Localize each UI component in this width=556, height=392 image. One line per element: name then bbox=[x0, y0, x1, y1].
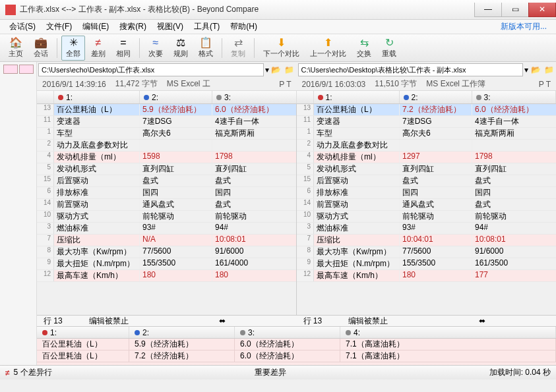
home-button[interactable]: 🏠主页 bbox=[4, 36, 28, 61]
window-title: 工作表.xlsx <--> 工作表 - 副本.xlsx - 表格比较(B) - … bbox=[20, 4, 475, 15]
left-lock-label: 编辑被禁止 bbox=[89, 316, 129, 327]
table-row[interactable]: 1车型高尔夫6福克斯两厢 bbox=[297, 128, 556, 140]
table-row[interactable]: 9最大扭矩（N.m/rpm）155/3500161/3500 bbox=[297, 258, 556, 270]
col-header-1[interactable]: 1: bbox=[314, 91, 400, 103]
right-type: MS Excel 工作簿 bbox=[426, 78, 485, 90]
right-pt: P T bbox=[539, 80, 551, 89]
rules-button[interactable]: ⚖规则 bbox=[169, 36, 193, 61]
all-button[interactable]: ✳全部 bbox=[61, 36, 85, 61]
table-row[interactable]: 2动力及底盘参数对比 bbox=[297, 140, 556, 152]
left-date: 2016/9/1 14:39:16 bbox=[42, 80, 106, 89]
table-row[interactable]: 7压缩比10:04:0110:08:01 bbox=[297, 235, 556, 246]
col-header-2[interactable]: 2: bbox=[400, 91, 472, 103]
left-row-indicator: 行 13 bbox=[44, 316, 63, 327]
menu-edit[interactable]: 编辑(E) bbox=[77, 21, 114, 32]
left-size: 11,472 字节 bbox=[115, 78, 158, 90]
open-icon[interactable]: 📁 bbox=[543, 64, 555, 76]
table-row[interactable]: 10驱动方式前轮驱动前轮驱动 bbox=[37, 211, 296, 223]
table-row[interactable]: 13百公里耗油（L）5.9（经济油耗）6.0（经济油耗） bbox=[37, 104, 296, 116]
table-row[interactable]: 8最大功率（Kw/rpm）77/560091/6000 bbox=[297, 246, 556, 258]
not-equal-icon: ≠ bbox=[5, 368, 10, 378]
right-path-input[interactable] bbox=[298, 63, 524, 76]
menu-search[interactable]: 搜索(R) bbox=[114, 21, 152, 32]
nextdiff-button[interactable]: ⬇下一个对比 bbox=[259, 36, 304, 61]
left-type: MS Excel 工 bbox=[167, 78, 210, 90]
menu-session[interactable]: 会话(S) bbox=[4, 21, 41, 32]
table-row[interactable]: 3燃油标准93#94# bbox=[37, 223, 296, 235]
table-row[interactable]: 15后置驱动盘式盘式 bbox=[37, 175, 296, 187]
right-thumb[interactable] bbox=[19, 65, 34, 74]
diff-button[interactable]: ≠差别 bbox=[86, 36, 110, 61]
left-thumb[interactable] bbox=[3, 65, 18, 74]
titlebar: 工作表.xlsx <--> 工作表 - 副本.xlsx - 表格比较(B) - … bbox=[0, 0, 556, 20]
update-link[interactable]: 新版本可用... bbox=[495, 21, 552, 32]
menu-help[interactable]: 帮助(H) bbox=[225, 21, 263, 32]
table-row[interactable]: 9最大扭矩（N.m/rpm）155/3500161/4000 bbox=[37, 258, 296, 270]
col-header-2[interactable]: 2: bbox=[140, 91, 212, 103]
table-row[interactable]: 4发动机排量（ml）15981798 bbox=[37, 152, 296, 163]
table-row[interactable]: 1车型高尔夫6福克斯两厢 bbox=[37, 128, 296, 140]
menu-tools[interactable]: 工具(T) bbox=[189, 21, 225, 32]
same-button[interactable]: =相同 bbox=[111, 36, 135, 61]
close-button[interactable]: ✕ bbox=[528, 3, 556, 17]
col-header-1[interactable]: 1: bbox=[54, 91, 140, 103]
menu-file[interactable]: 文件(F) bbox=[41, 21, 77, 32]
table-row[interactable]: 3燃油标准93#94# bbox=[297, 223, 556, 235]
app-icon bbox=[5, 5, 16, 15]
statusbar: ≠ 5 个差异行 重要差异 加载时间: 0.04 秒 bbox=[0, 365, 556, 379]
table-row[interactable]: 12最高车速（Km/h）180180 bbox=[37, 270, 296, 282]
col-header-3[interactable]: 3: bbox=[472, 91, 557, 103]
reload-button[interactable]: ↻重载 bbox=[377, 36, 401, 61]
table-row[interactable]: 5发动机形式直列四缸直列四缸 bbox=[297, 163, 556, 175]
table-row[interactable]: 11变速器7速DSG4速手自一体 bbox=[37, 116, 296, 128]
detail-row: 百公里耗油（L）5.9（经济油耗）6.0（经济油耗）7.1（高速油耗） bbox=[37, 339, 556, 350]
table-row[interactable]: 14前置驱动通风盘式盘式 bbox=[297, 199, 556, 211]
browse-icon[interactable]: 📂 bbox=[270, 64, 282, 76]
table-row[interactable]: 8最大功率（Kw/rpm）77/560091/6000 bbox=[37, 246, 296, 258]
right-date: 2016/9/1 16:03:03 bbox=[302, 80, 366, 89]
table-row[interactable]: 11变速器7速DSG4速手自一体 bbox=[297, 116, 556, 128]
table-row[interactable]: 12最高车速（Km/h）180177 bbox=[297, 270, 556, 282]
thumbnail-strip bbox=[0, 62, 37, 365]
left-grid[interactable]: 13百公里耗油（L）5.9（经济油耗）6.0（经济油耗）11变速器7速DSG4速… bbox=[37, 104, 297, 315]
load-time: 加载时间: 0.04 秒 bbox=[489, 367, 551, 378]
menubar: 会话(S) 文件(F) 编辑(E) 搜索(R) 视图(V) 工具(T) 帮助(H… bbox=[0, 20, 556, 34]
table-row[interactable]: 15后置驱动盘式盘式 bbox=[297, 175, 556, 187]
table-row[interactable]: 10驱动方式前轮驱动前轮驱动 bbox=[297, 211, 556, 223]
swap-button[interactable]: ⇆交换 bbox=[352, 36, 376, 61]
left-pt: P T bbox=[279, 80, 291, 89]
right-row-indicator: 行 13 bbox=[303, 316, 323, 327]
menu-view[interactable]: 视图(V) bbox=[152, 21, 189, 32]
copy-button[interactable]: ⇄复制 bbox=[226, 36, 250, 61]
right-lock-label: 编辑被禁止 bbox=[348, 316, 388, 327]
importance-label: 重要差异 bbox=[52, 367, 489, 378]
right-size: 11,510 字节 bbox=[375, 78, 417, 90]
table-row[interactable]: 4发动机排量（ml）12971798 bbox=[297, 152, 556, 163]
left-path-input[interactable] bbox=[38, 63, 264, 76]
diff-count: 5 个差异行 bbox=[14, 367, 52, 378]
table-row[interactable]: 6排放标准国四国四 bbox=[37, 187, 296, 199]
table-row[interactable]: 6排放标准国四国四 bbox=[297, 187, 556, 199]
detail-panel: 百公里耗油（L）5.9（经济油耗）6.0（经济油耗）7.1（高速油耗）百公里耗油… bbox=[37, 339, 556, 365]
dropdown-icon[interactable]: ▾ bbox=[524, 65, 528, 74]
table-row[interactable]: 5发动机形式直列四缸直列四缸 bbox=[37, 163, 296, 175]
table-row[interactable]: 7压缩比N/A10:08:01 bbox=[37, 235, 296, 246]
detail-row: 百公里耗油（L）7.2（经济油耗）6.0（经济油耗）7.1（高速油耗） bbox=[37, 350, 556, 362]
table-row[interactable]: 13百公里耗油（L）7.2（经济油耗）6.0（经济油耗） bbox=[297, 104, 556, 116]
session-button[interactable]: 💼会话 bbox=[29, 36, 53, 61]
table-row[interactable]: 2动力及底盘参数对比 bbox=[37, 140, 296, 152]
minimize-button[interactable]: — bbox=[474, 3, 502, 17]
minor-button[interactable]: ≈次要 bbox=[144, 36, 168, 61]
maximize-button[interactable]: ▭ bbox=[501, 3, 529, 17]
table-row[interactable]: 14前置驱动通风盘式盘式 bbox=[37, 199, 296, 211]
browse-icon[interactable]: 📂 bbox=[530, 64, 541, 76]
format-button[interactable]: 📋格式 bbox=[194, 36, 218, 61]
prevdiff-button[interactable]: ⬆上一个对比 bbox=[305, 36, 351, 61]
open-icon[interactable]: 📁 bbox=[284, 64, 295, 76]
dropdown-icon[interactable]: ▾ bbox=[265, 65, 269, 74]
right-grid[interactable]: 13百公里耗油（L）7.2（经济油耗）6.0（经济油耗）11变速器7速DSG4速… bbox=[297, 104, 556, 315]
toolbar: 🏠主页 💼会话 ✳全部 ≠差别 =相同 ≈次要 ⚖规则 📋格式 ⇄复制 ⬇下一个… bbox=[0, 34, 556, 62]
col-header-3[interactable]: 3: bbox=[212, 91, 297, 103]
